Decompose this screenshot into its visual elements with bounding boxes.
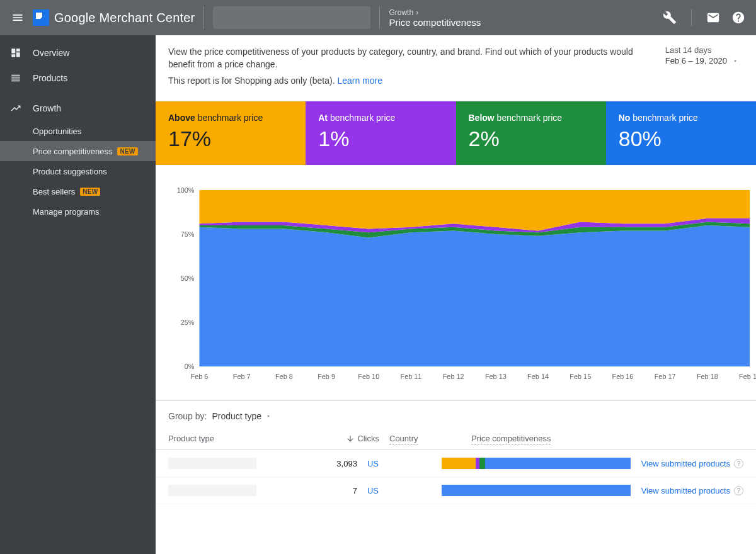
col-header-product-type[interactable]: Product type <box>168 434 335 443</box>
country-link[interactable]: US <box>367 486 379 495</box>
svg-text:Feb 15: Feb 15 <box>570 373 591 380</box>
date-range-label: Last 14 days <box>665 45 738 55</box>
view-products-link[interactable]: View submitted products <box>641 459 730 468</box>
account-selector[interactable] <box>213 6 370 29</box>
new-badge: NEW <box>117 147 137 155</box>
group-by-bar: Group by: Product type <box>156 400 756 427</box>
sidebar-item-product-suggestions[interactable]: Product suggestions <box>0 161 156 181</box>
view-products-link[interactable]: View submitted products <box>641 486 730 495</box>
product-type-placeholder <box>168 485 256 496</box>
sidebar-item-best-sellers[interactable]: Best sellers NEW <box>0 181 156 201</box>
svg-text:Feb 11: Feb 11 <box>401 373 422 380</box>
mail-icon[interactable] <box>701 5 726 30</box>
learn-more-link[interactable]: Learn more <box>337 76 382 86</box>
svg-text:Feb 8: Feb 8 <box>275 373 293 380</box>
sidebar: Overview Products Growth Opportunities P… <box>0 35 156 554</box>
tile-above-benchmark[interactable]: Above benchmark price 17% <box>156 101 306 165</box>
sidebar-item-growth[interactable]: Growth <box>0 96 156 121</box>
chevron-down-icon <box>732 58 738 64</box>
intro-line2: This report is for Shopping ads only (be… <box>168 76 337 86</box>
svg-text:Feb 13: Feb 13 <box>485 373 507 380</box>
tile-above-value: 17% <box>168 127 293 151</box>
app-logo[interactable]: Google Merchant Center <box>33 9 195 26</box>
svg-text:25%: 25% <box>181 319 195 326</box>
breadcrumb[interactable]: Growth› Price competitiveness <box>389 8 481 28</box>
svg-text:100%: 100% <box>177 186 195 194</box>
svg-text:Feb 17: Feb 17 <box>655 373 676 380</box>
country-link[interactable]: US <box>367 459 379 468</box>
date-range-picker[interactable]: Last 14 days Feb 6 – 19, 2020 <box>665 45 743 65</box>
table-row: 7USView submitted products? <box>156 477 756 504</box>
competitiveness-bar <box>442 485 631 496</box>
tile-at-value: 1% <box>318 127 443 151</box>
arrow-down-icon <box>346 434 355 443</box>
date-range-value: Feb 6 – 19, 2020 <box>665 56 727 65</box>
svg-text:Feb 7: Feb 7 <box>233 373 251 380</box>
table-header: Product type Clicks Country Price compet… <box>156 427 756 450</box>
sidebar-item-manage-programs[interactable]: Manage programs <box>0 201 156 222</box>
group-by-selector[interactable]: Product type <box>212 411 272 421</box>
help-icon[interactable]: ? <box>734 459 743 468</box>
divider <box>379 6 380 29</box>
svg-text:Feb 16: Feb 16 <box>612 373 634 380</box>
table-row: 3,093USView submitted products? <box>156 450 756 477</box>
clicks-value: 7 <box>318 486 357 495</box>
divider <box>691 9 692 26</box>
svg-text:Feb 14: Feb 14 <box>527 373 549 380</box>
chevron-down-icon <box>265 413 272 419</box>
intro-line1: View the price competitiveness of your p… <box>168 45 655 71</box>
tile-below-value: 2% <box>469 127 593 151</box>
intro-section: View the price competitiveness of your p… <box>156 35 756 101</box>
summary-tiles: Above benchmark price 17% At benchmark p… <box>156 101 756 165</box>
hamburger-menu-button[interactable] <box>5 5 30 30</box>
svg-text:Feb 6: Feb 6 <box>191 373 209 380</box>
col-header-competitiveness[interactable]: Price competitiveness <box>461 434 617 443</box>
tile-no-value: 80% <box>619 127 743 151</box>
svg-text:0%: 0% <box>185 363 195 370</box>
tile-no-benchmark[interactable]: No benchmark price 80% <box>606 101 756 165</box>
sidebar-item-products[interactable]: Products <box>0 65 156 91</box>
app-title: Google Merchant Center <box>54 11 195 25</box>
group-by-label: Group by: <box>168 411 207 421</box>
tile-at-benchmark[interactable]: At benchmark price 1% <box>306 101 455 165</box>
svg-text:Feb 10: Feb 10 <box>358 373 379 380</box>
results-table: Product type Clicks Country Price compet… <box>156 427 756 504</box>
stacked-area-chart: 0%25%50%75%100%Feb 6Feb 7Feb 8Feb 9Feb 1… <box>156 165 756 400</box>
chevron-right-icon: › <box>416 8 418 18</box>
breadcrumb-current: Price competitiveness <box>389 18 481 28</box>
help-icon[interactable] <box>726 5 751 30</box>
new-badge: NEW <box>80 188 100 196</box>
svg-text:Feb 12: Feb 12 <box>443 373 464 380</box>
svg-text:75%: 75% <box>181 230 195 238</box>
svg-text:50%: 50% <box>181 274 195 282</box>
merchant-center-icon <box>33 9 49 26</box>
breadcrumb-parent: Growth <box>389 8 413 18</box>
col-header-country[interactable]: Country <box>379 434 461 443</box>
top-bar: Google Merchant Center Growth› Price com… <box>0 0 756 35</box>
clicks-value: 3,093 <box>318 459 357 468</box>
divider <box>203 6 204 29</box>
main-content: View the price competitiveness of your p… <box>156 35 756 554</box>
sidebar-item-opportunities[interactable]: Opportunities <box>0 121 156 141</box>
help-icon[interactable]: ? <box>734 486 743 495</box>
tile-below-benchmark[interactable]: Below benchmark price 2% <box>456 101 606 165</box>
competitiveness-bar <box>442 458 631 469</box>
svg-text:Feb 18: Feb 18 <box>697 373 718 380</box>
col-header-clicks[interactable]: Clicks <box>335 434 379 443</box>
product-type-placeholder <box>168 458 256 469</box>
tools-icon[interactable] <box>657 5 682 30</box>
sidebar-item-price-competitiveness[interactable]: Price competitiveness NEW <box>0 141 156 161</box>
svg-text:Feb 9: Feb 9 <box>318 373 335 380</box>
svg-text:Feb 19: Feb 19 <box>739 373 756 380</box>
sidebar-item-overview[interactable]: Overview <box>0 40 156 65</box>
